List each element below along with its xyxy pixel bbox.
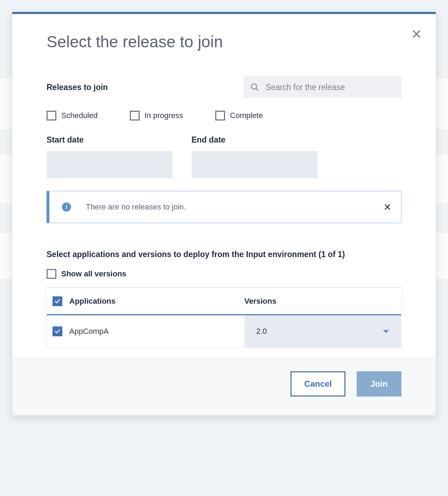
filter-scheduled-label: Scheduled (61, 111, 98, 120)
svg-point-2 (251, 84, 257, 89)
version-select[interactable]: 2.0 (244, 315, 401, 347)
modal-select-release: Select the release to join Releases to j… (12, 12, 436, 415)
modal-footer: Cancel Join (12, 358, 436, 415)
checkmark-icon (54, 328, 61, 335)
search-input[interactable] (266, 83, 394, 92)
banner-close-icon[interactable] (384, 203, 391, 211)
applications-table: Applications Versions AppCompA (47, 287, 401, 348)
app-row-checkbox[interactable] (52, 326, 62, 336)
join-button[interactable]: Join (357, 371, 401, 397)
end-date-input[interactable] (191, 151, 317, 178)
app-name-cell: AppCompA (69, 327, 244, 336)
filter-complete-checkbox[interactable]: Complete (215, 111, 263, 120)
info-banner-text: There are no releases to join. (86, 202, 384, 212)
close-icon[interactable] (411, 29, 422, 39)
end-date-label: End date (191, 135, 317, 145)
checkmark-icon (54, 298, 61, 304)
col-applications: Applications (69, 297, 244, 306)
search-icon (250, 83, 259, 92)
filter-complete-label: Complete (230, 111, 263, 120)
show-all-versions-checkbox[interactable]: Show all versions (47, 269, 401, 279)
checkbox-icon (47, 111, 56, 120)
info-icon: i (62, 202, 71, 212)
select-all-apps-checkbox[interactable] (52, 296, 62, 306)
filter-scheduled-checkbox[interactable]: Scheduled (47, 111, 98, 120)
releases-to-join-label: Releases to join (47, 83, 108, 92)
filter-in-progress-checkbox[interactable]: In progress (130, 111, 183, 120)
modal-title: Select the release to join (47, 32, 401, 51)
filter-in-progress-label: In progress (145, 111, 183, 120)
svg-line-3 (256, 88, 258, 91)
checkbox-icon (47, 269, 56, 279)
cancel-button[interactable]: Cancel (290, 371, 345, 397)
show-all-versions-label: Show all versions (61, 269, 126, 278)
apps-heading: Select applications and versions to depl… (47, 250, 401, 259)
checkbox-icon (215, 111, 225, 120)
checkbox-icon (130, 111, 140, 120)
col-versions: Versions (244, 297, 276, 306)
version-selected-value: 2.0 (256, 327, 267, 336)
chevron-down-icon (383, 330, 389, 333)
info-banner: i There are no releases to join. (47, 191, 401, 223)
table-row: AppCompA 2.0 (47, 315, 401, 347)
start-date-input[interactable] (47, 151, 173, 178)
start-date-label: Start date (47, 135, 173, 145)
search-release-field[interactable] (243, 76, 401, 98)
